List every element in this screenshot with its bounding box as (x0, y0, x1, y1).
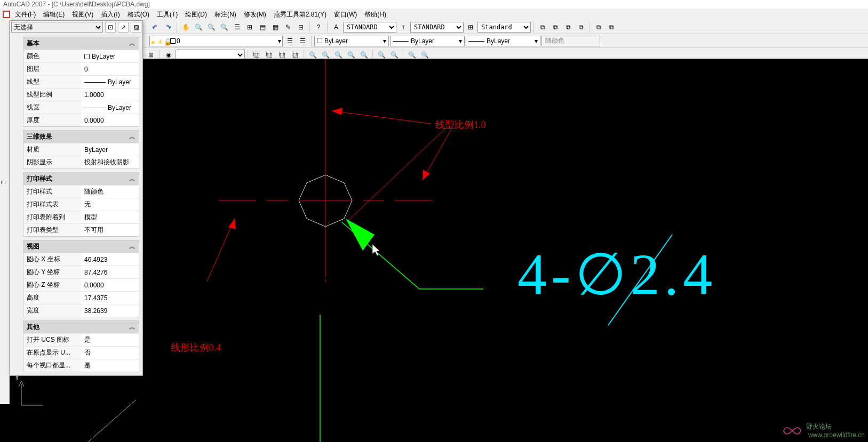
chevron-up-icon[interactable]: ︽ (129, 39, 136, 48)
svg-marker-20 (346, 219, 375, 251)
table-style-dropdown[interactable]: Standard (477, 22, 531, 33)
design-center-button[interactable]: ⊞ (244, 21, 256, 33)
chevron-up-icon[interactable]: ︽ (129, 323, 136, 332)
plotstyle-dropdown[interactable]: 随颜色 (541, 36, 600, 46)
textstyle-icon: A (330, 21, 342, 33)
svg-marker-26 (372, 244, 380, 256)
chevron-up-icon[interactable]: ︽ (129, 132, 136, 141)
properties-panel: 无选择 ⊡ ↗ ▨ 基本︽ 颜色ByLayer 图层0 线型ByLayer 线型… (10, 20, 143, 376)
svg-line-13 (346, 128, 446, 223)
layer-dropdown[interactable]: ● ☀ 🔓 0 ▾ (149, 36, 283, 46)
xref-button[interactable]: ⧉ (562, 21, 574, 33)
group-plot: 打印样式︽ 打印样式随颜色 打印样式表无 打印表附着到模型 打印表类型不可用 (23, 172, 139, 237)
menu-bar: 文件(F) 编辑(E) 视图(V) 插入(I) 格式(O) 工具(T) 绘图(D… (0, 9, 868, 20)
svg-line-9 (332, 111, 431, 124)
quickselect-button[interactable]: ⊡ (105, 22, 116, 33)
chevron-up-icon[interactable]: ︽ (129, 174, 136, 183)
dim-style-dropdown[interactable]: STANDARD (410, 22, 464, 33)
mouse-cursor-icon (372, 244, 868, 442)
group-3d: 三维效果︽ 材质ByLayer 阴影显示投射和接收阴影 (23, 130, 139, 169)
annotation-linescale-1: 线型比例1.0 (435, 118, 486, 131)
layer-name: 0 (177, 37, 180, 45)
tool-palette-button[interactable]: ▤ (257, 21, 268, 33)
help-button[interactable]: ? (313, 21, 324, 33)
menu-draw[interactable]: 绘图(D) (182, 9, 210, 20)
menu-format[interactable]: 格式(O) (124, 9, 153, 20)
menu-modify[interactable]: 修改(M) (241, 9, 269, 20)
lineweight-dropdown[interactable]: ByLayer▾ (466, 36, 540, 46)
properties-tab-label: E (0, 180, 6, 184)
selectobj-button[interactable]: ▨ (131, 22, 141, 33)
group-other: 其他︽ 打开 UCS 图标是 在原点显示 U...否 每个视口都显...是 (23, 320, 139, 372)
menu-file[interactable]: 文件(F) (12, 9, 39, 20)
sheet-set-button[interactable]: ▦ (269, 21, 281, 33)
menu-window[interactable]: 窗口(W) (331, 9, 360, 20)
svg-rect-1 (4, 12, 9, 17)
insert-button[interactable]: ⧉ (550, 21, 561, 33)
tablestyle-icon: ⊞ (465, 21, 476, 33)
zoom-prev-button[interactable]: 🔍 (218, 21, 230, 33)
undo-button[interactable] (149, 21, 161, 33)
layer-prev-button[interactable]: ☰ (297, 35, 308, 47)
menu-help[interactable]: 帮助(H) (361, 9, 389, 20)
svg-line-25 (88, 400, 136, 442)
properties-body: 基本︽ 颜色ByLayer 图层0 线型ByLayer 线型比例1.0000 线… (10, 34, 142, 375)
markup-button[interactable]: ✎ (282, 21, 294, 33)
zoom-window-button[interactable]: 🔍 (205, 21, 217, 33)
properties-button[interactable]: ☰ (231, 21, 243, 33)
tool4-button[interactable]: ⧉ (606, 21, 617, 33)
group-basic: 基本︽ 颜色ByLayer 图层0 线型ByLayer 线型比例1.0000 线… (23, 37, 139, 127)
linetype-dropdown[interactable]: ByLayer▾ (390, 36, 465, 46)
pickadd-button[interactable]: ↗ (118, 22, 129, 33)
selection-dropdown[interactable]: 无选择 (11, 22, 103, 33)
menu-insert[interactable]: 插入(I) (98, 9, 123, 20)
app-icon (2, 10, 11, 19)
layer-lock-icon: 🔓 (164, 38, 169, 44)
svg-marker-12 (423, 170, 430, 180)
properties-collapsed-tab[interactable]: E (0, 20, 10, 404)
chevron-up-icon[interactable]: ︽ (129, 242, 136, 251)
redo-button[interactable] (162, 21, 174, 33)
layer-states-button[interactable]: ⧉ (575, 21, 587, 33)
block-button[interactable]: ⧉ (537, 21, 548, 33)
calc-button[interactable]: ⊟ (295, 21, 307, 33)
dimstyle-icon: ⟟ (397, 21, 409, 33)
color-dropdown[interactable]: ByLayer▾ (314, 36, 389, 46)
zoom-realtime-button[interactable]: 🔍 (193, 21, 204, 33)
menu-yanxiu[interactable]: 燕秀工具箱2.81(Y) (270, 9, 330, 20)
annotation-linescale-04: 线形比例0.4 (171, 341, 221, 354)
text-style-dropdown[interactable]: STANDARD (343, 22, 396, 33)
menu-tools[interactable]: 工具(T) (154, 9, 181, 20)
layer-manage-button[interactable]: ☰ (284, 35, 296, 47)
svg-line-14 (207, 219, 235, 282)
pan-button[interactable]: ✋ (180, 21, 192, 33)
svg-marker-15 (228, 219, 236, 229)
layer-freeze-icon: ☀ (157, 38, 163, 44)
layer-color-swatch (170, 38, 176, 44)
title-bar: AutoCAD 2007 - [C:\Users\dell\Desktop\PC… (0, 0, 868, 9)
layer-on-icon: ● (151, 38, 156, 44)
group-view: 视图︽ 圆心 X 坐标46.4923 圆心 Y 坐标87.4276 圆心 Z 坐… (23, 240, 139, 317)
svg-marker-10 (332, 108, 343, 115)
menu-edit[interactable]: 编辑(E) (40, 9, 68, 20)
tool3-button[interactable]: ⧉ (593, 21, 604, 33)
menu-view[interactable]: 视图(V) (69, 9, 97, 20)
menu-dim[interactable]: 标注(N) (211, 9, 240, 20)
